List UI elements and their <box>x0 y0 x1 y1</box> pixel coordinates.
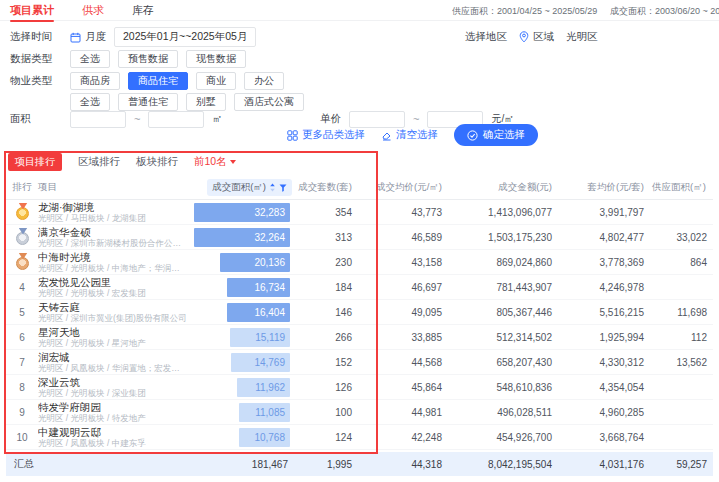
chip-ordinary-residence[interactable]: 普通住宅 <box>118 93 178 111</box>
chip-commodity-housing[interactable]: 商品房 <box>70 72 120 90</box>
col-header-deal-area: 成交面积(㎡) <box>194 179 294 196</box>
avg-price-cell: 49,095 <box>358 307 448 318</box>
clear-selection-button[interactable]: 清空选择 <box>381 128 438 142</box>
project-subtext: 光明区 / 光明板块 / 特发地产 <box>38 413 188 423</box>
region-filter-label: 选择地区 <box>465 30 507 44</box>
chip-current-sale-data[interactable]: 现售数据 <box>186 50 246 68</box>
sort-column-header[interactable]: 成交面积(㎡) <box>207 179 292 196</box>
project-name[interactable]: 润宏城 <box>38 351 188 363</box>
chevron-down-icon <box>230 160 236 164</box>
ranking-tab-project[interactable]: 项目排行 <box>8 153 62 171</box>
unit-avg-cell: 4,246,978 <box>558 282 650 293</box>
project-subtext: 光明区 / 光明板块 / 中海地产；华润置地 <box>38 263 188 273</box>
deal-units-cell: 184 <box>294 282 358 293</box>
project-name[interactable]: 宏发悦见公园里 <box>38 276 188 288</box>
area-filter-label: 面积 <box>10 112 62 126</box>
ranking-tab-region[interactable]: 区域排行 <box>78 155 120 169</box>
chip-commodity-residence[interactable]: 商品住宅 <box>128 72 188 90</box>
col-header-deal-units: 成交套数(套) <box>294 181 358 194</box>
table-row[interactable]: 中海时光境光明区 / 光明板块 / 中海地产；华润置地20,13623043,1… <box>6 250 713 275</box>
monthly-mode-button[interactable]: 月度 <box>70 30 106 44</box>
chip-office[interactable]: 办公 <box>244 72 284 90</box>
unit-avg-cell: 5,516,215 <box>558 307 650 318</box>
deal-units-cell: 313 <box>294 232 358 243</box>
table-row[interactable]: 10中建观明云邸光明区 / 凤凰板块 / 中建东孚10,76812442,248… <box>6 425 713 450</box>
col-header-avg-price: 成交均价(元/㎡) <box>358 181 448 194</box>
table-row[interactable]: 龙湖·御湖境光明区 / 马田板块 / 龙湖集团32,28335443,7731,… <box>6 200 713 225</box>
deal-area-bar: 15,119 <box>230 328 290 347</box>
tab-inventory[interactable]: 库存 <box>132 3 154 22</box>
avg-price-cell: 43,158 <box>358 257 448 268</box>
summary-area: 181,467 <box>194 459 294 470</box>
unit-avg-cell: 1,925,994 <box>558 332 650 343</box>
chip-serviced-apartment[interactable]: 酒店式公寓 <box>234 93 304 111</box>
rank-number: 5 <box>19 307 25 318</box>
project-name[interactable]: 天铸云庭 <box>38 301 188 313</box>
check-circle-icon <box>467 130 478 141</box>
rank-number: 7 <box>19 357 25 368</box>
more-category-button[interactable]: 更多品类选择 <box>287 128 365 142</box>
region-value[interactable]: 光明区 <box>566 30 598 44</box>
table-row[interactable]: 7润宏城光明区 / 凤凰板块 / 华润置地；宏发集团14,76915244,56… <box>6 350 713 375</box>
area-unit-label: ㎡ <box>212 112 222 126</box>
deal-units-cell: 126 <box>294 382 358 393</box>
time-filter-row: 选择时间 月度 2025年01月~~2025年05月 选择地区 区域 光明区 <box>10 28 719 46</box>
area-max-input[interactable] <box>148 111 204 128</box>
data-type-filter-row: 数据类型 全选 预售数据 现售数据 <box>10 50 719 68</box>
project-name[interactable]: 深业云筑 <box>38 376 188 388</box>
deal-amount-cell: 658,207,430 <box>448 357 558 368</box>
rank-number: 6 <box>19 332 25 343</box>
project-name[interactable]: 中海时光境 <box>38 251 188 263</box>
chip-presale-data[interactable]: 预售数据 <box>118 50 178 68</box>
ranking-tab-block[interactable]: 板块排行 <box>136 155 178 169</box>
table-row[interactable]: 6星河天地光明区 / 光明板块 / 星河地产15,11926633,885512… <box>6 325 713 350</box>
deal-area-bar: 20,136 <box>220 253 290 272</box>
eraser-icon <box>381 130 392 141</box>
project-name[interactable]: 龙湖·御湖境 <box>38 201 188 213</box>
deal-area-bar: 32,264 <box>194 228 290 247</box>
table-body: 龙湖·御湖境光明区 / 马田板块 / 龙湖集团32,28335443,7731,… <box>6 200 713 450</box>
unit-avg-cell: 3,991,797 <box>558 207 650 218</box>
summary-units: 1,995 <box>294 459 358 470</box>
deal-units-cell: 266 <box>294 332 358 343</box>
deal-amount-cell: 781,443,907 <box>448 282 558 293</box>
project-subtext: 光明区 / 深圳市新湖楼村股份合作公司；… <box>38 238 188 248</box>
unit-avg-cell: 4,330,312 <box>558 357 650 368</box>
chip-select-all-residence[interactable]: 全选 <box>70 93 110 111</box>
deal-area-header-label: 成交面积(㎡) <box>212 181 266 194</box>
deal-amount-cell: 548,610,836 <box>448 382 558 393</box>
project-subtext: 光明区 / 马田板块 / 龙湖集团 <box>38 213 188 223</box>
project-name[interactable]: 中建观明云邸 <box>38 426 188 438</box>
confirm-button[interactable]: 确定选择 <box>454 124 538 146</box>
area-min-input[interactable] <box>70 111 126 128</box>
region-type-button[interactable]: 区域 <box>519 30 554 44</box>
top-tab-bar: 项目累计 供求 库存 <box>10 3 154 22</box>
col-header-unit-avg: 套均价(元/套) <box>558 181 650 194</box>
tab-supply-demand[interactable]: 供求 <box>82 3 104 22</box>
project-name[interactable]: 星河天地 <box>38 326 188 338</box>
deal-units-cell: 152 <box>294 357 358 368</box>
table-row[interactable]: 满京华金硕光明区 / 深圳市新湖楼村股份合作公司；…32,26431346,58… <box>6 225 713 250</box>
table-row[interactable]: 9特发学府朗园光明区 / 光明板块 / 特发地产11,08510044,9814… <box>6 400 713 425</box>
confirm-label: 确定选择 <box>483 128 525 142</box>
supply-area-cell: 112 <box>650 332 713 343</box>
chip-villa[interactable]: 别墅 <box>186 93 226 111</box>
table-row[interactable]: 5天铸云庭光明区 / 深圳市翼业(集团)股份有限公司16,40414649,09… <box>6 300 713 325</box>
table-row[interactable]: 4宏发悦见公园里光明区 / 光明板块 / 宏发集团16,73418446,697… <box>6 275 713 300</box>
data-type-label: 数据类型 <box>10 52 62 66</box>
tab-project-cumulative[interactable]: 项目累计 <box>10 3 54 22</box>
project-name[interactable]: 特发学府朗园 <box>38 401 188 413</box>
project-name[interactable]: 满京华金硕 <box>38 226 188 238</box>
deal-date-range: 2003/06/20 ~ 2025/06/05 <box>655 6 719 16</box>
chip-select-all[interactable]: 全选 <box>70 50 110 68</box>
table-row[interactable]: 8深业云筑光明区 / 光明板块 / 深业集团11,96212645,864548… <box>6 375 713 400</box>
deal-area-bar: 14,769 <box>231 353 290 372</box>
table-header: 排行 项目 成交面积(㎡) 成交套数(套) 成交均价(元/㎡) 成交金额(元) … <box>6 176 713 200</box>
chip-commercial[interactable]: 商业 <box>196 72 236 90</box>
location-pin-icon <box>519 31 529 43</box>
supply-area-cell: 13,562 <box>650 357 713 368</box>
top-header: 项目累计 供求 库存 供应面积：2001/04/25 ~ 2025/05/29 … <box>0 0 719 21</box>
top-n-dropdown[interactable]: 前10名 <box>194 155 236 169</box>
date-range-picker[interactable]: 2025年01月~~2025年05月 <box>114 27 256 47</box>
deal-amount-cell: 1,413,096,077 <box>448 207 558 218</box>
